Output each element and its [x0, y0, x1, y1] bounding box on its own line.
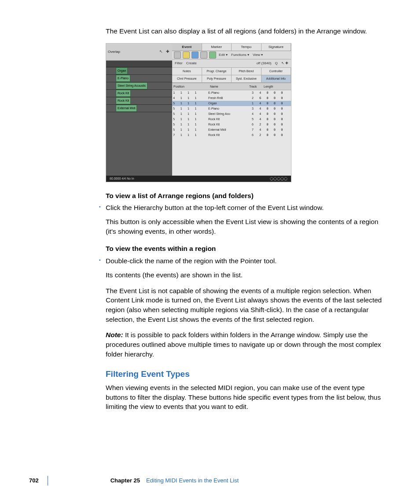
- tab-row: EventMarkerTempoSignature: [172, 44, 291, 51]
- tool-icons: ↖ ✚: [159, 49, 170, 55]
- tab-tempo[interactable]: Tempo: [232, 44, 262, 51]
- cell-name: Rock Kit: [208, 132, 246, 138]
- cell-position: 5 1 1 1: [172, 111, 208, 117]
- note-label: Note:: [106, 331, 123, 338]
- cell-name: E-Piano: [208, 106, 246, 111]
- track-row: Rock Kit: [106, 90, 172, 97]
- cell-position: 5 1 1 1: [172, 106, 208, 111]
- event-type-row-2: Chnl PressurePoly PressureSyst. Exclusiv…: [172, 75, 291, 83]
- filter-additional-info[interactable]: Additional Info: [262, 75, 291, 82]
- chapter-label: Chapter 25: [111, 477, 140, 485]
- region[interactable]: Rock Kit: [116, 90, 131, 97]
- cell-name: Steel String Aco: [208, 111, 246, 117]
- filter-poly-pressure[interactable]: Poly Pressure: [202, 75, 232, 82]
- event-row[interactable]: 1 1 1 1E-Piano34 0 0 0: [172, 90, 291, 96]
- filter-syst-exclusive[interactable]: Syst. Exclusive: [232, 75, 262, 82]
- col-position[interactable]: Position: [172, 83, 209, 90]
- cell-name: Rock Kit: [208, 117, 246, 122]
- icon-toolbar: Edit ▾ Functions ▾ View ▾: [172, 51, 291, 59]
- cell-position: 5 1 1 1: [172, 117, 208, 122]
- cell-track: 4: [246, 111, 259, 117]
- cell-length: 4 0 0 0: [259, 127, 291, 132]
- cell-length: 4 0 0 0: [259, 117, 291, 122]
- filter-notes[interactable]: Notes: [172, 68, 202, 75]
- list-body: 1 1 1 1E-Piano34 0 0 04 1 1 1Fresh RnB26…: [172, 90, 291, 182]
- col-name[interactable]: Name: [209, 83, 248, 90]
- event-row[interactable]: 5 1 1 1E-Piano34 0 0 0: [172, 106, 291, 111]
- col-length[interactable]: Length: [262, 83, 291, 90]
- cell-name: Fresh RnB: [208, 96, 246, 101]
- track-row: E-Piano: [106, 75, 172, 82]
- tab-event[interactable]: Event: [172, 44, 202, 51]
- cell-track: 2: [246, 96, 259, 101]
- cell-track: 3: [246, 90, 259, 96]
- event-row[interactable]: 5 1 1 1Steel String Aco44 0 0 0: [172, 111, 291, 117]
- bullet-hierarchy: Click the Hierarchy button at the top-le…: [106, 203, 387, 213]
- region[interactable]: Organ: [116, 67, 128, 74]
- section-body-filtering: When viewing events in the selected MIDI…: [106, 383, 387, 412]
- page-footer: 702 Chapter 25 Editing MIDI Events in th…: [29, 476, 239, 486]
- region[interactable]: External Midi: [116, 105, 137, 112]
- event-row[interactable]: 5 1 1 1Rock Kit54 0 0 0: [172, 117, 291, 122]
- cell-track: 3: [246, 106, 259, 111]
- midi-out-button[interactable]: [209, 52, 216, 59]
- filter-progr-change[interactable]: Progr. Change: [202, 68, 232, 75]
- tab-marker[interactable]: Marker: [202, 44, 232, 51]
- overlap-label: Overlap: [108, 49, 120, 54]
- footer-divider: [48, 476, 48, 486]
- quantize-field[interactable]: off (3840): [255, 61, 272, 66]
- tab-signature[interactable]: Signature: [262, 44, 291, 51]
- cell-length: 2 0 0 0: [259, 122, 291, 127]
- region[interactable]: Steel String Acoustic: [116, 82, 147, 89]
- cell-track: 1: [246, 101, 259, 106]
- filter-pitch-bend[interactable]: Pitch Bend: [232, 68, 262, 75]
- col-track[interactable]: Track: [248, 83, 262, 90]
- event-row[interactable]: 5 1 1 1Rock Kit62 0 0 0: [172, 122, 291, 127]
- intro-paragraph: The Event List can also display a list o…: [106, 26, 387, 36]
- event-row[interactable]: 5 1 1 1External Midi74 0 0 0: [172, 127, 291, 132]
- functions-menu[interactable]: Functions ▾: [230, 52, 250, 57]
- subhead-arrange-regions: To view a list of Arrange regions (and f…: [106, 191, 387, 201]
- event-row[interactable]: 7 1 1 1Rock Kit62 0 0 0: [172, 132, 291, 138]
- transport-bar: 80.0000 4/4 No In ◯◯◯◯◯: [106, 176, 291, 182]
- event-list-pane: EventMarkerTempoSignature Edit ▾ Functio…: [172, 44, 291, 182]
- link-button[interactable]: [183, 52, 190, 59]
- cell-length: 4 0 0 0: [259, 101, 291, 106]
- hierarchy-button[interactable]: [174, 52, 181, 59]
- cell-length: 2 0 0 0: [259, 132, 291, 138]
- arrange-pane: Overlap ↖ ✚ OrganE-PianoSteel String Aco…: [106, 44, 172, 182]
- cell-name: Organ: [208, 101, 246, 106]
- filter-chnl-pressure[interactable]: Chnl Pressure: [172, 75, 202, 82]
- subhead-events-region: To view the events within a region: [106, 244, 387, 254]
- event-row[interactable]: 4 1 1 1Fresh RnB26 0 0 0: [172, 96, 291, 101]
- cell-track: 5: [246, 117, 259, 122]
- catch-button[interactable]: [192, 52, 199, 59]
- event-row[interactable]: 5 1 1 1Organ14 0 0 0: [172, 101, 291, 106]
- filter-button[interactable]: Filter: [174, 61, 184, 66]
- transport-buttons: ◯◯◯◯◯: [270, 177, 287, 181]
- cell-position: 7 1 1 1: [172, 132, 208, 138]
- q-button[interactable]: Q: [274, 61, 279, 66]
- create-button[interactable]: Create: [185, 61, 198, 66]
- timeline-ruler: [106, 61, 172, 67]
- para-accessible: This button is only accessible when the …: [106, 217, 387, 236]
- edit-menu[interactable]: Edit ▾: [218, 52, 228, 57]
- list-header: Position Name Track Length: [172, 83, 291, 90]
- tool-selector[interactable]: ↖ ✚: [280, 61, 289, 66]
- cell-length: 4 0 0 0: [259, 111, 291, 117]
- cell-length: 4 0 0 0: [259, 106, 291, 111]
- note-body: It is possible to pack folders within fo…: [106, 331, 381, 357]
- filter-controller[interactable]: Controller: [262, 68, 291, 75]
- track-row: Rock Kit: [106, 97, 172, 105]
- cell-position: 5 1 1 1: [172, 127, 208, 132]
- view-menu[interactable]: View ▾: [252, 52, 264, 57]
- chapter-title: Editing MIDI Events in the Event List: [146, 477, 239, 485]
- region[interactable]: E-Piano: [116, 75, 130, 82]
- region[interactable]: Rock Kit: [116, 97, 131, 104]
- cell-name: E-Piano: [208, 90, 246, 96]
- cell-position: 1 1 1 1: [172, 90, 208, 96]
- midi-in-button[interactable]: [200, 52, 207, 59]
- cell-track: 6: [246, 132, 259, 138]
- track-row: External Midi: [106, 105, 172, 112]
- track-row: Steel String Acoustic: [106, 82, 172, 90]
